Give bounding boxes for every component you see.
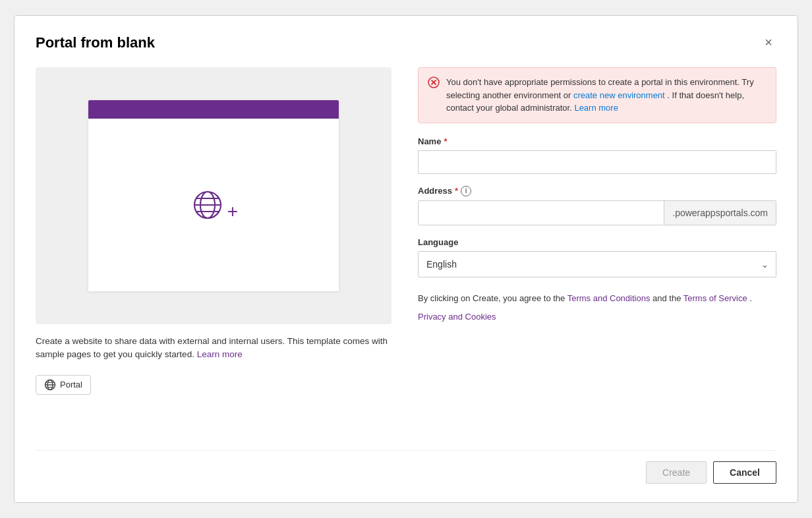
address-row: .powerappsportals.com bbox=[418, 200, 776, 225]
language-select-wrapper: English French German Spanish Japanese ⌄ bbox=[418, 251, 776, 277]
terms-of-service-link[interactable]: Terms of Service bbox=[683, 293, 747, 303]
name-field-group: Name * bbox=[418, 136, 776, 174]
create-button[interactable]: Create bbox=[646, 461, 707, 484]
preview-bar bbox=[88, 100, 339, 119]
portal-tag: Portal bbox=[36, 375, 91, 395]
address-suffix: .powerappsportals.com bbox=[664, 201, 776, 225]
error-circle-icon bbox=[428, 76, 440, 90]
error-banner: You don't have appropriate permissions t… bbox=[418, 67, 776, 123]
portal-globe-icon bbox=[44, 379, 56, 391]
left-panel: + Create a website to share data with ex… bbox=[36, 67, 392, 429]
dialog-header: Portal from blank × bbox=[36, 34, 776, 51]
create-environment-link[interactable]: create new environment bbox=[573, 90, 665, 100]
error-message: You don't have appropriate permissions t… bbox=[446, 76, 767, 115]
close-button[interactable]: × bbox=[761, 34, 776, 50]
name-input[interactable] bbox=[418, 150, 776, 174]
address-input[interactable] bbox=[419, 201, 664, 225]
portal-tag-label: Portal bbox=[60, 380, 82, 389]
preview-content: + bbox=[88, 119, 339, 291]
left-description: Create a website to share data with exte… bbox=[36, 335, 392, 362]
cancel-button[interactable]: Cancel bbox=[713, 461, 776, 484]
consent-text: By clicking on Create, you agree to the … bbox=[418, 292, 776, 306]
language-label: Language bbox=[418, 237, 776, 247]
globe-plus-icon: + bbox=[189, 187, 238, 223]
language-field-group: Language English French German Spanish J… bbox=[418, 237, 776, 277]
address-field-group: Address * i .powerappsportals.com bbox=[418, 186, 776, 225]
preview-inner: + bbox=[88, 100, 339, 291]
globe-icon bbox=[189, 187, 226, 223]
dialog-footer: Create Cancel bbox=[36, 450, 776, 484]
plus-icon: + bbox=[227, 201, 238, 222]
portal-from-blank-dialog: Portal from blank × bbox=[14, 15, 798, 503]
privacy-cookies-link[interactable]: Privacy and Cookies bbox=[418, 312, 776, 322]
address-info-icon: i bbox=[461, 186, 471, 196]
right-panel: You don't have appropriate permissions t… bbox=[418, 67, 776, 429]
terms-conditions-link[interactable]: Terms and Conditions bbox=[567, 293, 651, 303]
learn-more-error-link[interactable]: Learn more bbox=[574, 103, 618, 113]
name-required-star: * bbox=[444, 136, 447, 146]
learn-more-link[interactable]: Learn more bbox=[197, 349, 243, 359]
address-label: Address * i bbox=[418, 186, 776, 196]
language-select[interactable]: English French German Spanish Japanese bbox=[418, 251, 776, 277]
preview-box: + bbox=[36, 67, 392, 324]
name-label: Name * bbox=[418, 136, 776, 146]
dialog-body: + Create a website to share data with ex… bbox=[36, 67, 776, 429]
address-required-star: * bbox=[455, 186, 458, 196]
dialog-title: Portal from blank bbox=[36, 34, 155, 51]
